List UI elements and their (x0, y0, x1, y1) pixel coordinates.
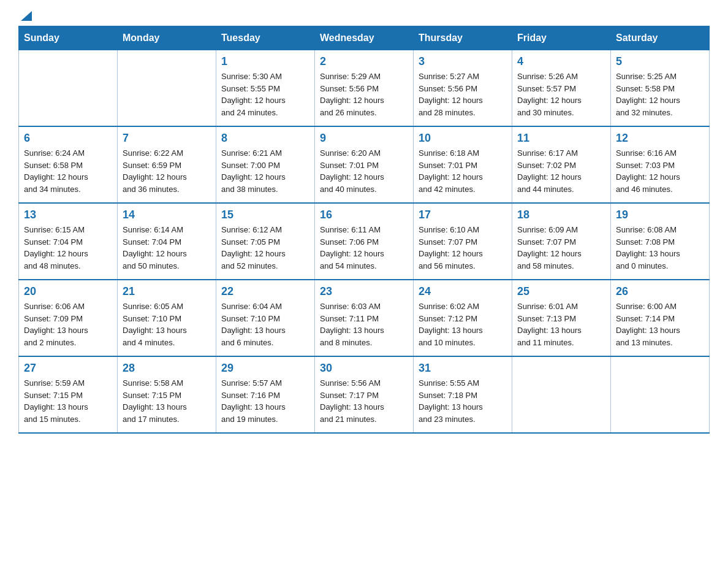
day-number: 14 (123, 209, 211, 221)
calendar-cell: 5Sunrise: 5:25 AM Sunset: 5:58 PM Daylig… (611, 50, 710, 127)
day-number: 21 (123, 285, 211, 298)
calendar-week-row-3: 13Sunrise: 6:15 AM Sunset: 7:04 PM Dayli… (19, 203, 710, 280)
day-number: 13 (24, 209, 112, 221)
calendar-cell: 27Sunrise: 5:59 AM Sunset: 7:15 PM Dayli… (19, 356, 118, 433)
logo (18, 12, 33, 20)
page-header (18, 12, 710, 20)
day-details: Sunrise: 5:26 AM Sunset: 5:57 PM Dayligh… (517, 71, 605, 118)
calendar-cell: 14Sunrise: 6:14 AM Sunset: 7:04 PM Dayli… (118, 203, 216, 280)
day-details: Sunrise: 6:10 AM Sunset: 7:07 PM Dayligh… (419, 224, 507, 272)
day-number: 17 (419, 209, 507, 221)
calendar-cell: 18Sunrise: 6:09 AM Sunset: 7:07 PM Dayli… (512, 203, 611, 280)
calendar-cell: 13Sunrise: 6:15 AM Sunset: 7:04 PM Dayli… (19, 203, 118, 280)
day-details: Sunrise: 6:05 AM Sunset: 7:10 PM Dayligh… (123, 301, 211, 348)
calendar-cell: 1Sunrise: 5:30 AM Sunset: 5:55 PM Daylig… (216, 50, 315, 127)
calendar-cell: 31Sunrise: 5:55 AM Sunset: 7:18 PM Dayli… (414, 356, 512, 433)
calendar-week-row-2: 6Sunrise: 6:24 AM Sunset: 6:58 PM Daylig… (19, 126, 710, 203)
day-details: Sunrise: 6:01 AM Sunset: 7:13 PM Dayligh… (517, 301, 605, 348)
calendar-cell (19, 50, 118, 127)
day-number: 18 (517, 209, 605, 221)
calendar-cell (512, 356, 611, 433)
day-details: Sunrise: 6:16 AM Sunset: 7:03 PM Dayligh… (616, 147, 704, 195)
day-number: 19 (616, 209, 704, 221)
calendar-cell: 6Sunrise: 6:24 AM Sunset: 6:58 PM Daylig… (19, 126, 118, 203)
day-details: Sunrise: 6:22 AM Sunset: 6:59 PM Dayligh… (123, 147, 211, 195)
day-details: Sunrise: 6:14 AM Sunset: 7:04 PM Dayligh… (123, 224, 211, 272)
weekday-header-friday: Friday (512, 26, 611, 50)
day-number: 30 (320, 362, 408, 375)
day-details: Sunrise: 6:04 AM Sunset: 7:10 PM Dayligh… (221, 301, 309, 348)
day-number: 25 (517, 285, 605, 298)
day-number: 8 (221, 132, 309, 145)
calendar-cell: 25Sunrise: 6:01 AM Sunset: 7:13 PM Dayli… (512, 280, 611, 356)
calendar-cell: 4Sunrise: 5:26 AM Sunset: 5:57 PM Daylig… (512, 50, 611, 127)
day-number: 16 (320, 209, 408, 221)
day-number: 22 (221, 285, 309, 298)
day-details: Sunrise: 6:21 AM Sunset: 7:00 PM Dayligh… (221, 147, 309, 195)
calendar-week-row-1: 1Sunrise: 5:30 AM Sunset: 5:55 PM Daylig… (19, 50, 710, 127)
day-number: 9 (320, 132, 408, 145)
day-number: 24 (419, 285, 507, 298)
calendar-table: SundayMondayTuesdayWednesdayThursdayFrid… (18, 26, 710, 434)
calendar-cell: 29Sunrise: 5:57 AM Sunset: 7:16 PM Dayli… (216, 356, 315, 433)
day-number: 28 (123, 362, 211, 375)
day-number: 3 (419, 55, 507, 68)
calendar-cell: 10Sunrise: 6:18 AM Sunset: 7:01 PM Dayli… (414, 126, 512, 203)
calendar-week-row-5: 27Sunrise: 5:59 AM Sunset: 7:15 PM Dayli… (19, 356, 710, 433)
calendar-cell: 8Sunrise: 6:21 AM Sunset: 7:00 PM Daylig… (216, 126, 315, 203)
day-details: Sunrise: 6:18 AM Sunset: 7:01 PM Dayligh… (419, 147, 507, 195)
day-details: Sunrise: 6:00 AM Sunset: 7:14 PM Dayligh… (616, 301, 704, 348)
day-number: 4 (517, 55, 605, 68)
calendar-cell: 12Sunrise: 6:16 AM Sunset: 7:03 PM Dayli… (611, 126, 710, 203)
calendar-cell: 21Sunrise: 6:05 AM Sunset: 7:10 PM Dayli… (118, 280, 216, 356)
day-number: 6 (24, 132, 112, 145)
calendar-cell: 11Sunrise: 6:17 AM Sunset: 7:02 PM Dayli… (512, 126, 611, 203)
day-number: 27 (24, 362, 112, 375)
calendar-cell: 3Sunrise: 5:27 AM Sunset: 5:56 PM Daylig… (414, 50, 512, 127)
weekday-header-row: SundayMondayTuesdayWednesdayThursdayFrid… (19, 26, 710, 50)
day-number: 2 (320, 55, 408, 68)
day-details: Sunrise: 5:55 AM Sunset: 7:18 PM Dayligh… (419, 377, 507, 425)
calendar-week-row-4: 20Sunrise: 6:06 AM Sunset: 7:09 PM Dayli… (19, 280, 710, 356)
calendar-cell: 22Sunrise: 6:04 AM Sunset: 7:10 PM Dayli… (216, 280, 315, 356)
day-details: Sunrise: 6:02 AM Sunset: 7:12 PM Dayligh… (419, 301, 507, 348)
day-details: Sunrise: 5:25 AM Sunset: 5:58 PM Dayligh… (616, 71, 704, 118)
svg-marker-0 (21, 11, 32, 21)
day-details: Sunrise: 5:27 AM Sunset: 5:56 PM Dayligh… (419, 71, 507, 118)
weekday-header-monday: Monday (118, 26, 216, 50)
calendar-cell: 7Sunrise: 6:22 AM Sunset: 6:59 PM Daylig… (118, 126, 216, 203)
calendar-cell: 16Sunrise: 6:11 AM Sunset: 7:06 PM Dayli… (315, 203, 414, 280)
calendar-cell (118, 50, 216, 127)
day-details: Sunrise: 6:12 AM Sunset: 7:05 PM Dayligh… (221, 224, 309, 272)
day-details: Sunrise: 5:57 AM Sunset: 7:16 PM Dayligh… (221, 377, 309, 425)
day-details: Sunrise: 5:58 AM Sunset: 7:15 PM Dayligh… (123, 377, 211, 425)
calendar-cell (611, 356, 710, 433)
calendar-cell: 19Sunrise: 6:08 AM Sunset: 7:08 PM Dayli… (611, 203, 710, 280)
day-details: Sunrise: 6:11 AM Sunset: 7:06 PM Dayligh… (320, 224, 408, 272)
day-number: 10 (419, 132, 507, 145)
calendar-cell: 20Sunrise: 6:06 AM Sunset: 7:09 PM Dayli… (19, 280, 118, 356)
day-details: Sunrise: 5:30 AM Sunset: 5:55 PM Dayligh… (221, 71, 309, 118)
calendar-cell: 15Sunrise: 6:12 AM Sunset: 7:05 PM Dayli… (216, 203, 315, 280)
day-number: 5 (616, 55, 704, 68)
day-number: 12 (616, 132, 704, 145)
day-details: Sunrise: 6:17 AM Sunset: 7:02 PM Dayligh… (517, 147, 605, 195)
day-number: 26 (616, 285, 704, 298)
day-details: Sunrise: 6:06 AM Sunset: 7:09 PM Dayligh… (24, 301, 112, 348)
calendar-cell: 17Sunrise: 6:10 AM Sunset: 7:07 PM Dayli… (414, 203, 512, 280)
weekday-header-saturday: Saturday (611, 26, 710, 50)
day-number: 1 (221, 55, 309, 68)
day-number: 7 (123, 132, 211, 145)
day-details: Sunrise: 5:29 AM Sunset: 5:56 PM Dayligh… (320, 71, 408, 118)
day-details: Sunrise: 6:20 AM Sunset: 7:01 PM Dayligh… (320, 147, 408, 195)
day-details: Sunrise: 6:24 AM Sunset: 6:58 PM Dayligh… (24, 147, 112, 195)
calendar-cell: 28Sunrise: 5:58 AM Sunset: 7:15 PM Dayli… (118, 356, 216, 433)
day-number: 31 (419, 362, 507, 375)
calendar-cell: 23Sunrise: 6:03 AM Sunset: 7:11 PM Dayli… (315, 280, 414, 356)
calendar-cell: 9Sunrise: 6:20 AM Sunset: 7:01 PM Daylig… (315, 126, 414, 203)
calendar-cell: 30Sunrise: 5:56 AM Sunset: 7:17 PM Dayli… (315, 356, 414, 433)
logo-triangle-icon (20, 10, 33, 23)
day-details: Sunrise: 6:15 AM Sunset: 7:04 PM Dayligh… (24, 224, 112, 272)
day-number: 15 (221, 209, 309, 221)
day-number: 23 (320, 285, 408, 298)
